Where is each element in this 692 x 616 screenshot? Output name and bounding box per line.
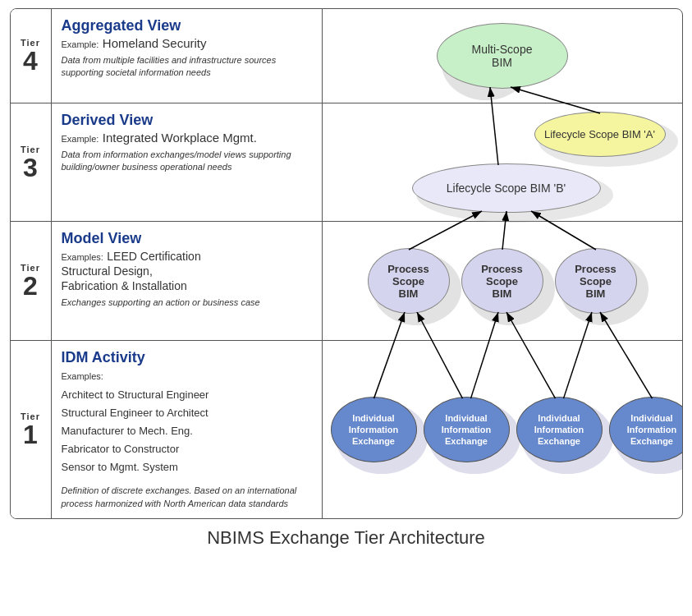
individual1-label: IndividualInformationExchange: [349, 412, 399, 448]
tier1-examples: Architect to Structural Engineer Structu…: [62, 386, 312, 476]
tier4-right: Multi-ScopeBIM: [323, 9, 682, 103]
tier1-row: Tier 1 IDM Activity Examples: Architect …: [11, 341, 682, 518]
main-diagram: Tier 4 Aggregated View Example: Homeland…: [10, 8, 683, 519]
tier3-left: Derived View Example: Integrated Workpla…: [52, 103, 323, 221]
tier4-example-value: Homeland Security: [103, 36, 207, 50]
tier2-row: Tier 2 Model View Examples: LEED Certifi…: [11, 222, 682, 341]
process1-label: ProcessScopeBIM: [387, 263, 429, 300]
lifecycle-b-label: Lifecycle Scope BIM 'B': [447, 182, 566, 195]
tier4-row: Tier 4 Aggregated View Example: Homeland…: [11, 9, 682, 103]
multiscope-label: Multi-ScopeBIM: [472, 43, 533, 69]
tier2-right: ProcessScopeBIM ProcessScopeBIM ProcessS…: [323, 222, 682, 340]
process2-group: ProcessScopeBIM: [461, 248, 543, 314]
individual2-ellipse: IndividualInformationExchange: [424, 397, 510, 462]
tier2-description: Exchanges supporting an action or busine…: [62, 297, 312, 309]
individual1-group: IndividualInformationExchange: [331, 397, 417, 462]
tier3-title: Derived View: [62, 112, 312, 129]
tier4-example-label: Example:: [62, 39, 99, 49]
individual2-group: IndividualInformationExchange: [424, 397, 510, 462]
individual4-group: IndividualInformationExchange: [609, 397, 683, 462]
lifecycle-a-group: Lifecycle Scope BIM 'A': [534, 112, 666, 157]
individual3-label: IndividualInformationExchange: [534, 412, 584, 448]
lifecycle-b-ellipse: Lifecycle Scope BIM 'B': [412, 163, 601, 213]
process3-label: ProcessScopeBIM: [575, 263, 616, 300]
tier3-row: Tier 3 Derived View Example: Integrated …: [11, 103, 682, 222]
tier2-number: 2: [23, 273, 38, 299]
tier3-number: 3: [23, 154, 38, 181]
tier3-label: Tier 3: [11, 103, 52, 221]
process1-ellipse: ProcessScopeBIM: [368, 248, 450, 314]
multiscope-group: Multi-ScopeBIM: [437, 23, 568, 89]
lifecycle-b-group: Lifecycle Scope BIM 'B': [412, 163, 601, 213]
individual1-ellipse: IndividualInformationExchange: [331, 397, 417, 462]
tier2-title: Model View: [62, 230, 312, 247]
tier2-left: Model View Examples: LEED CertificationS…: [52, 222, 323, 340]
tier1-example-label: Examples:: [62, 371, 103, 381]
tier3-example-label: Example:: [62, 134, 99, 144]
tier2-label: Tier 2: [11, 222, 52, 340]
tier4-left: Aggregated View Example: Homeland Securi…: [52, 9, 323, 103]
tier1-right: IndividualInformationExchange Individual…: [323, 341, 683, 518]
multiscope-ellipse: Multi-ScopeBIM: [437, 23, 568, 89]
tier4-description: Data from multiple facilities and infras…: [62, 54, 312, 80]
tier2-example-label: Examples:: [62, 252, 103, 262]
page-title: NBIMS Exchange Tier Architecture: [207, 527, 485, 549]
process2-ellipse: ProcessScopeBIM: [461, 248, 543, 314]
process2-label: ProcessScopeBIM: [481, 263, 523, 300]
individual3-group: IndividualInformationExchange: [516, 397, 603, 462]
lifecycle-a-ellipse: Lifecycle Scope BIM 'A': [534, 112, 666, 157]
tier4-title: Aggregated View: [62, 17, 312, 34]
lifecycle-a-label: Lifecycle Scope BIM 'A': [544, 128, 655, 140]
tier4-number: 4: [23, 48, 38, 74]
process3-ellipse: ProcessScopeBIM: [555, 248, 637, 314]
tier1-label: Tier 1: [11, 341, 52, 518]
tier1-left: IDM Activity Examples: Architect to Stru…: [52, 341, 323, 518]
process3-group: ProcessScopeBIM: [555, 248, 637, 314]
individual2-label: IndividualInformationExchange: [442, 412, 492, 448]
tier1-title: IDM Activity: [62, 349, 312, 366]
individual4-label: IndividualInformationExchange: [627, 412, 677, 448]
tier3-right: Lifecycle Scope BIM 'A' Lifecycle Scope …: [323, 103, 682, 221]
tier1-description: Definition of discrete exchanges. Based …: [62, 485, 312, 510]
tier1-number: 1: [23, 421, 38, 448]
tier3-example-value: Integrated Workplace Mgmt.: [103, 131, 257, 145]
individual3-ellipse: IndividualInformationExchange: [516, 397, 603, 462]
tier4-label: Tier 4: [11, 9, 52, 103]
tier3-description: Data from information exchanges/model vi…: [62, 149, 312, 174]
process1-group: ProcessScopeBIM: [368, 248, 450, 314]
